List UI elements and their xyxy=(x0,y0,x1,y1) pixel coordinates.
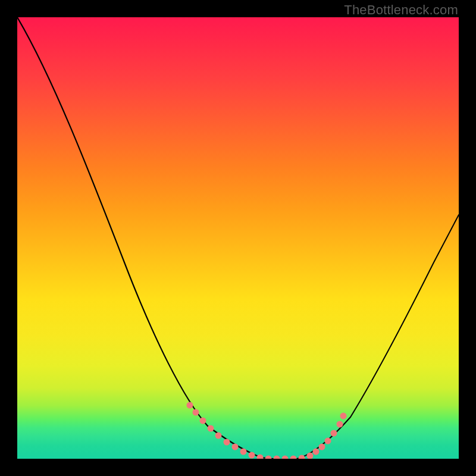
svg-point-8 xyxy=(249,452,255,459)
svg-point-9 xyxy=(257,455,264,459)
watermark-text: TheBottleneck.com xyxy=(344,2,458,18)
svg-point-0 xyxy=(187,402,193,409)
svg-point-2 xyxy=(200,418,206,424)
svg-point-20 xyxy=(337,421,343,428)
svg-point-16 xyxy=(313,449,320,455)
highlight-dots-left xyxy=(187,402,305,459)
svg-point-15 xyxy=(307,453,314,459)
curve-left-arm xyxy=(17,17,273,459)
svg-point-14 xyxy=(299,455,305,459)
svg-point-18 xyxy=(325,438,331,444)
svg-point-1 xyxy=(193,409,199,416)
svg-point-19 xyxy=(331,430,337,437)
highlight-dots-right xyxy=(307,413,347,459)
chart-frame xyxy=(17,17,459,459)
svg-point-10 xyxy=(265,456,272,459)
svg-point-12 xyxy=(282,456,289,459)
chart-svg xyxy=(17,17,459,459)
svg-point-4 xyxy=(215,433,222,439)
svg-point-7 xyxy=(240,449,247,455)
svg-point-13 xyxy=(290,456,297,459)
svg-point-5 xyxy=(224,439,230,446)
svg-point-17 xyxy=(319,444,325,450)
svg-point-3 xyxy=(208,425,214,432)
svg-point-11 xyxy=(274,456,280,459)
svg-point-6 xyxy=(232,444,239,450)
svg-point-21 xyxy=(340,413,347,419)
curve-right-arm xyxy=(297,215,459,459)
